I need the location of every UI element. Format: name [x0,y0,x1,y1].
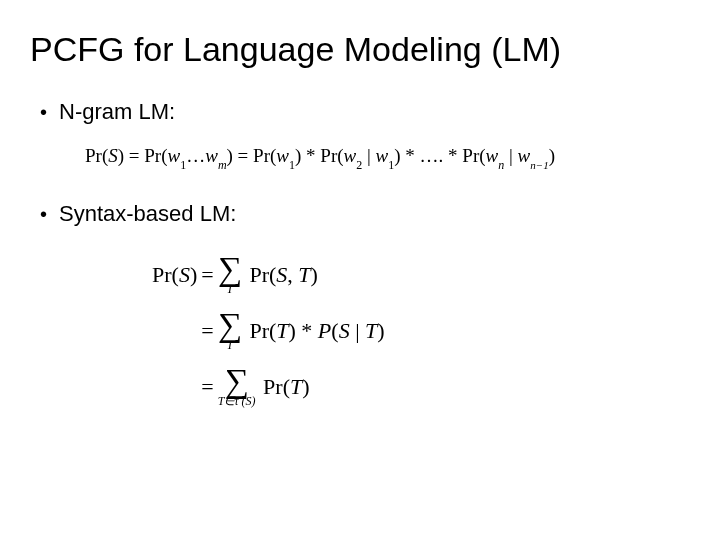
formula-row-1: Pr(S) = ∑ T Pr(S, T) [150,247,387,303]
t: Pr( [152,262,179,287]
formula-row-3: = ∑ T∈τ (S) Pr(T) [150,359,387,415]
t: w [376,145,389,166]
t: Pr( [249,262,276,287]
t: Pr( [320,145,343,166]
t: T [365,318,377,343]
t: * …. * [401,145,463,166]
formula-ngram: Pr(S) = Pr(w1…wm) = Pr(w1) * Pr(w2 | w1)… [85,145,690,171]
t: T [276,318,288,343]
t: 1 [388,158,394,172]
t: T [226,339,233,351]
t: Pr( [85,145,108,166]
t: ( [331,318,338,343]
t: 1 [289,158,295,172]
bullet-dot-icon: • [40,204,47,224]
sigma-icon: ∑ T∈τ (S) [218,367,256,407]
t: n−1 [530,159,548,171]
t: = [201,318,213,343]
t: ) * [289,318,318,343]
bullet-ngram: • N-gram LM: [40,99,690,125]
t: T [226,283,233,295]
t: S [108,145,118,166]
sigma-icon: ∑ T [218,255,242,295]
slide: PCFG for Language Modeling (LM) • N-gram… [0,0,720,540]
t: , [287,262,298,287]
t: T [290,374,302,399]
t: = [201,262,213,287]
formula-syntax: Pr(S) = ∑ T Pr(S, T) = ∑ T [150,247,387,415]
t: Pr( [249,318,276,343]
bullet-syntax: • Syntax-based LM: [40,201,690,227]
t: S [179,262,190,287]
t: ) [549,145,555,166]
bullet-dot-icon: • [40,102,47,122]
t: w [518,145,531,166]
t: ) = Pr( [227,145,277,166]
formula-row-2: = ∑ T Pr(T) * P(S | T) [150,303,387,359]
t: | [350,318,365,343]
t: n [498,158,504,172]
sigma-icon: ∑ T [218,311,242,351]
t: 1 [180,158,186,172]
t: w [486,145,499,166]
bullet-syntax-label: Syntax-based LM: [59,201,236,227]
t: w [168,145,181,166]
slide-title: PCFG for Language Modeling (LM) [30,30,690,69]
t: 2 [356,158,362,172]
t: … [186,145,205,166]
t: P [318,318,331,343]
t: w [344,145,357,166]
t: m [218,158,227,172]
t: w [276,145,289,166]
t: | [362,145,375,166]
t: * [301,145,320,166]
t: ) [311,262,318,287]
t: ) [377,318,384,343]
t: ) [190,262,197,287]
t: | [504,145,517,166]
t: ) [302,374,309,399]
t: = [201,374,213,399]
t: T [298,262,310,287]
t: S [339,318,350,343]
t: Pr( [263,374,290,399]
bullet-ngram-label: N-gram LM: [59,99,175,125]
t: ) = Pr( [118,145,168,166]
t: T∈τ (S) [218,395,256,407]
t: w [205,145,218,166]
t: Pr( [462,145,485,166]
t: S [276,262,287,287]
